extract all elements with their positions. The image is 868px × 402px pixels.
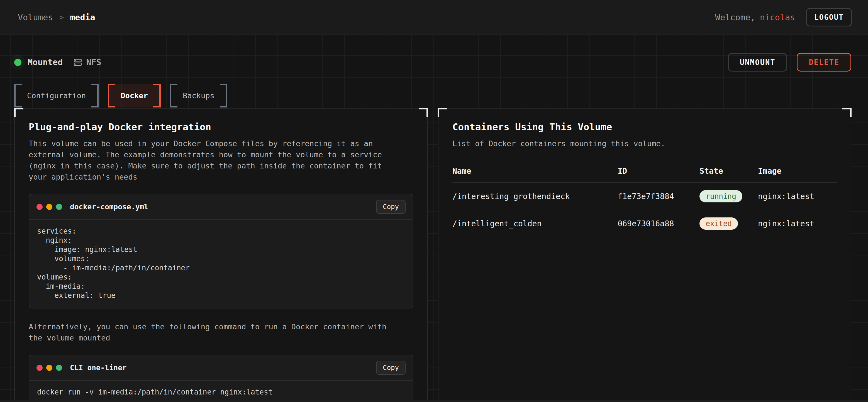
tab-backups[interactable]: Backups: [170, 84, 227, 107]
delete-button[interactable]: DELETE: [797, 53, 851, 72]
state-badge-running: running: [700, 190, 742, 202]
containers-panel-title: Containers Using This Volume: [453, 122, 837, 133]
volume-status: Mounted NFS: [14, 57, 101, 67]
docker-panel-title: Plug-and-play Docker integration: [29, 122, 413, 133]
welcome-prefix: Welcome,: [715, 12, 755, 22]
state-badge-exited: exited: [700, 217, 738, 230]
window-dots: [36, 204, 62, 210]
cli-code-header: CLI one-liner Copy: [29, 355, 413, 380]
cli-filename: CLI one-liner: [70, 364, 127, 372]
window-dot-red-icon: [36, 204, 42, 210]
driver-indicator: NFS: [73, 57, 101, 67]
window-dots: [36, 365, 62, 371]
window-dot-red-icon: [36, 365, 42, 371]
breadcrumb-separator-icon: >: [59, 13, 64, 22]
footer-strip: [0, 400, 868, 402]
volume-tabs: Configuration Docker Backups: [14, 84, 851, 107]
top-bar: Volumes > media Welcome, nicolas LOGOUT: [0, 0, 868, 35]
compose-filename: docker-compose.yml: [70, 203, 149, 211]
panel-corner-icon: [14, 108, 23, 117]
cli-code: docker run -v im-media:/path/in/containe…: [29, 380, 413, 402]
container-state-cell: running: [700, 182, 758, 210]
unmount-button[interactable]: UNMOUNT: [728, 53, 787, 72]
containers-table: Name ID State Image /interesting_grothen…: [453, 166, 837, 237]
containers-panel-subtitle: List of Docker containers mounting this …: [453, 138, 823, 149]
container-id: f1e73e7f3884: [618, 182, 700, 210]
column-header-image: Image: [758, 166, 837, 182]
window-dot-green-icon: [56, 204, 62, 210]
column-header-state: State: [700, 166, 758, 182]
mounted-status-label: Mounted: [28, 57, 63, 67]
container-image: nginx:latest: [758, 182, 837, 210]
compose-code-card: docker-compose.yml Copy services: nginx:…: [29, 194, 413, 308]
breadcrumb-volumes-link[interactable]: Volumes: [18, 12, 53, 22]
username: nicolas: [760, 12, 795, 22]
header-right: Welcome, nicolas LOGOUT: [715, 8, 852, 27]
docker-panel-description: This volume can be used in your Docker C…: [29, 138, 399, 182]
container-id: 069e73016a88: [618, 210, 700, 237]
panels-grid: Plug-and-play Docker integration This vo…: [14, 108, 851, 388]
docker-integration-panel: Plug-and-play Docker integration This vo…: [14, 108, 428, 402]
volume-status-row: Mounted NFS UNMOUNT DELETE: [14, 53, 851, 72]
column-header-id: ID: [618, 166, 700, 182]
container-name: /intelligent_colden: [453, 210, 618, 237]
cli-code-card: CLI one-liner Copy docker run -v im-medi…: [29, 355, 413, 402]
panel-corner-icon: [419, 108, 428, 117]
volume-actions: UNMOUNT DELETE: [728, 53, 851, 72]
table-header-row: Name ID State Image: [453, 166, 837, 182]
tab-configuration[interactable]: Configuration: [14, 84, 99, 107]
window-dot-amber-icon: [46, 204, 52, 210]
main-content: Mounted NFS UNMOUNT DELETE Configuration…: [0, 53, 868, 388]
container-row: /intelligent_colden 069e73016a88 exited …: [453, 210, 837, 237]
compose-code-header: docker-compose.yml Copy: [29, 194, 413, 220]
mounted-status-dot-icon: [14, 59, 22, 66]
compose-code: services: nginx: image: nginx:latest vol…: [29, 220, 413, 308]
server-icon: [73, 58, 82, 67]
container-state-cell: exited: [700, 210, 758, 237]
breadcrumb: Volumes > media: [18, 12, 95, 22]
cli-intro-text: Alternatively, you can use the following…: [29, 321, 399, 343]
driver-label: NFS: [86, 57, 101, 67]
panel-corner-icon: [438, 108, 447, 117]
panel-corner-icon: [842, 108, 851, 117]
container-row: /interesting_grothendieck f1e73e7f3884 r…: [453, 182, 837, 210]
column-header-name: Name: [453, 166, 618, 182]
window-dot-amber-icon: [46, 365, 52, 371]
window-dot-green-icon: [56, 365, 62, 371]
container-image: nginx:latest: [758, 210, 837, 237]
welcome-text: Welcome, nicolas: [715, 12, 795, 22]
logout-button[interactable]: LOGOUT: [806, 8, 852, 27]
copy-compose-button[interactable]: Copy: [376, 200, 406, 214]
breadcrumb-current-volume: media: [70, 12, 95, 22]
container-name: /interesting_grothendieck: [453, 182, 618, 210]
copy-cli-button[interactable]: Copy: [376, 361, 406, 375]
tab-docker[interactable]: Docker: [108, 84, 161, 107]
containers-panel: Containers Using This Volume List of Doc…: [438, 108, 851, 402]
